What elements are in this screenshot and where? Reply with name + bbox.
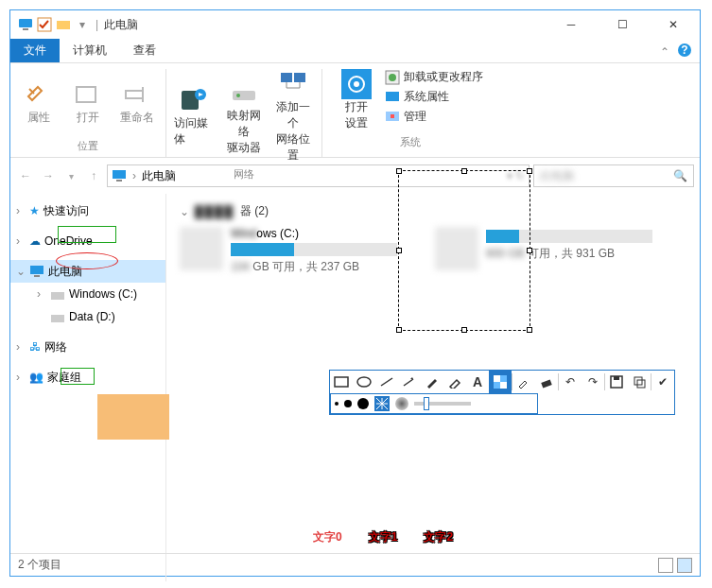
- redo-icon[interactable]: ↷: [582, 371, 604, 393]
- up-button[interactable]: ↑: [84, 166, 103, 185]
- open-button[interactable]: 打开: [67, 69, 109, 135]
- tab-computer[interactable]: 计算机: [60, 39, 120, 62]
- svg-rect-6: [77, 87, 96, 102]
- open-settings-button[interactable]: 打开 设置: [338, 69, 375, 131]
- svg-rect-39: [614, 376, 619, 380]
- pen-tool-icon[interactable]: [421, 371, 443, 393]
- add-network-location-button[interactable]: 添加一个 网络位置: [272, 69, 314, 164]
- svg-rect-27: [51, 292, 64, 300]
- window-title: 此电脑: [104, 17, 138, 33]
- status-item-count: 2 个项目: [18, 557, 61, 573]
- nav-data-d[interactable]: Data (D:): [10, 305, 165, 328]
- nav-onedrive[interactable]: ›☁OneDrive: [10, 230, 165, 252]
- address-bar-row: ← → ▾ ↑ › 此电脑 ▾ ↻ 此电脑 🔍: [16, 162, 694, 190]
- map-drive-button[interactable]: 映射网络 驱动器: [223, 69, 265, 164]
- rect-tool-icon[interactable]: [330, 371, 353, 393]
- nav-this-pc[interactable]: ⌄此电脑: [10, 260, 165, 283]
- back-button[interactable]: ←: [16, 166, 35, 185]
- svg-rect-0: [19, 19, 32, 27]
- rename-button[interactable]: 重命名: [116, 69, 158, 135]
- system-properties-button[interactable]: 系统属性: [385, 89, 483, 105]
- svg-rect-40: [634, 377, 642, 385]
- breadcrumb[interactable]: 此电脑: [142, 168, 176, 184]
- mosaic-tool-icon[interactable]: [489, 371, 512, 393]
- titlebar: ▾ | 此电脑 ─ ☐ ✕: [10, 10, 700, 39]
- explorer-window: ▾ | 此电脑 ─ ☐ ✕ 文件 计算机 查看 ⌃ ? 属性 打开 重命名 位置: [9, 9, 701, 577]
- manage-button[interactable]: 管理: [385, 109, 483, 125]
- access-media-button[interactable]: 访问媒体: [174, 69, 216, 164]
- marker-tool-icon[interactable]: [443, 371, 466, 393]
- svg-line-31: [381, 378, 392, 386]
- nav-network[interactable]: ›🖧网络: [10, 336, 165, 358]
- size-small-icon[interactable]: [335, 402, 339, 406]
- snip-toolbar: A ↶ ↷ ✔: [329, 370, 675, 415]
- svg-rect-28: [51, 315, 64, 322]
- tab-file[interactable]: 文件: [10, 39, 60, 62]
- eyedropper-icon[interactable]: [512, 371, 535, 393]
- nav-quick-access[interactable]: ›★快速访问: [10, 199, 165, 222]
- maximize-button[interactable]: ☐: [611, 18, 634, 31]
- ribbon: 属性 打开 重命名 位置 访问媒体 映射网络 驱动器 添加一个 网络位置 网络 …: [10, 63, 700, 158]
- drive-bar: [231, 243, 397, 256]
- copy-icon[interactable]: [628, 371, 651, 393]
- properties-button[interactable]: 属性: [18, 69, 60, 135]
- forward-button[interactable]: →: [39, 166, 58, 185]
- svg-rect-24: [116, 180, 122, 182]
- monitor-icon: [18, 17, 33, 32]
- close-button[interactable]: ✕: [662, 18, 685, 31]
- drive-c[interactable]: Windows (C:) 104 GB 可用，共 237 GB: [180, 227, 397, 275]
- svg-point-19: [389, 74, 396, 81]
- svg-rect-33: [494, 375, 500, 382]
- text-tool-icon[interactable]: A: [466, 371, 489, 393]
- svg-rect-25: [30, 266, 43, 274]
- bottom-text-labels: 文字0 文字1 文字2: [313, 529, 453, 545]
- group-location-label: 位置: [78, 135, 98, 157]
- size-large-icon[interactable]: [357, 398, 369, 409]
- checkbox-icon[interactable]: [37, 17, 52, 32]
- drive-icon: [435, 227, 478, 270]
- recent-dropdown-icon[interactable]: ▾: [61, 166, 80, 185]
- arrow-tool-icon[interactable]: [398, 371, 421, 393]
- view-large-icon[interactable]: [677, 558, 692, 573]
- search-icon: 🔍: [673, 169, 687, 182]
- size-mid-icon[interactable]: [344, 400, 352, 407]
- drive-d[interactable]: 800 GB 可用，共 931 GB: [435, 227, 652, 275]
- ellipse-tool-icon[interactable]: [353, 371, 375, 393]
- svg-rect-29: [335, 377, 348, 387]
- undo-icon[interactable]: ↶: [559, 371, 582, 393]
- line-tool-icon[interactable]: [375, 371, 398, 393]
- confirm-icon[interactable]: ✔: [651, 371, 674, 393]
- dropdown-icon[interactable]: ▾: [75, 17, 90, 32]
- eraser-icon[interactable]: [535, 371, 558, 393]
- save-icon[interactable]: [605, 371, 628, 393]
- text-2: 文字2: [424, 529, 453, 545]
- nav-windows-c[interactable]: ›Windows (C:): [10, 283, 165, 305]
- minimize-button[interactable]: ─: [560, 18, 582, 31]
- uninstall-programs-button[interactable]: 卸载或更改程序: [385, 69, 483, 85]
- size-slider[interactable]: [414, 402, 471, 406]
- help-icon[interactable]: ?: [677, 43, 692, 61]
- collapse-ribbon-icon[interactable]: ⌃: [660, 45, 669, 59]
- text-0: 文字0: [313, 529, 342, 545]
- svg-rect-11: [233, 91, 255, 100]
- svg-rect-20: [386, 92, 399, 101]
- svg-rect-3: [57, 21, 70, 29]
- svg-rect-1: [23, 28, 28, 30]
- address-bar[interactable]: › 此电脑 ▾ ↻: [107, 164, 530, 187]
- svg-rect-13: [281, 73, 292, 82]
- svg-rect-23: [113, 170, 126, 179]
- view-details-icon[interactable]: [658, 558, 673, 573]
- drive-icon: [180, 227, 223, 270]
- drives-group-header[interactable]: ⌄ ████ 器 (2): [180, 203, 686, 219]
- tab-view[interactable]: 查看: [120, 39, 169, 62]
- search-input[interactable]: 此电脑 🔍: [533, 164, 694, 187]
- nav-tree: ›★快速访问 ›☁OneDrive ⌄此电脑 ›Windows (C:) Dat…: [10, 194, 166, 581]
- svg-rect-41: [637, 380, 645, 388]
- svg-rect-35: [500, 375, 507, 382]
- blur-preview-icon: [395, 397, 408, 410]
- folder-small-icon[interactable]: [56, 17, 71, 32]
- size-active-icon[interactable]: [374, 396, 390, 411]
- svg-rect-34: [500, 382, 507, 389]
- svg-rect-14: [294, 73, 305, 82]
- nav-homegroup[interactable]: ›👥家庭组: [10, 366, 165, 389]
